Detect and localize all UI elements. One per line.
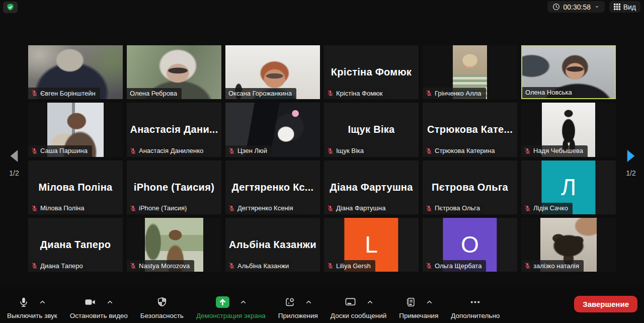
muted-mic-icon — [31, 147, 38, 154]
meeting-security-shield-button[interactable] — [3, 2, 18, 13]
participant-name-label: Олена Новська — [522, 87, 577, 98]
participant-name-text: Альбіна Казанжи — [237, 263, 289, 269]
participant-tile[interactable]: Диана ТапероДиана Таперо — [28, 218, 123, 272]
notes-icon — [405, 296, 416, 308]
avatar-initial: L — [365, 231, 378, 258]
participant-name-label: Саша Паршина — [28, 145, 92, 157]
chevron-up-icon[interactable] — [107, 299, 113, 305]
participant-tile[interactable]: Цзен Люй — [225, 103, 320, 156]
previous-page-arrow-icon[interactable] — [9, 149, 20, 163]
muted-mic-icon — [31, 90, 38, 97]
participant-name-text: Nastya Morozova — [139, 263, 190, 269]
participant-name-label: Диана Таперо — [28, 260, 88, 272]
microphone-icon — [18, 296, 29, 308]
participant-name-text: Крістіна Фомюк — [336, 90, 383, 97]
participant-tile[interactable]: Крістіна ФомюкКрістіна Фомюк — [324, 45, 419, 99]
participant-name-label: Лідія Сачко — [521, 203, 573, 214]
participant-name-text: Liliya Gersh — [336, 263, 371, 269]
chevron-up-icon[interactable] — [39, 299, 46, 305]
toolbar-button-label: Выключить звук — [7, 312, 57, 319]
avatar-initial: O — [461, 231, 479, 258]
participant-tile[interactable]: Олена Реброва — [127, 45, 221, 99]
caret-down-icon[interactable] — [594, 4, 600, 10]
toolbar-whiteboard-button[interactable]: Доски сообщений — [331, 295, 386, 319]
toolbar-notes-button[interactable]: Примечания — [399, 295, 438, 319]
participant-tile[interactable]: залізко наталія — [521, 218, 616, 272]
participant-tile[interactable]: Анастасія Дани...Анастасія Даниленко — [127, 103, 221, 156]
camera-icon — [84, 296, 97, 308]
participant-name-text: Діана Фартушна — [336, 205, 385, 211]
video-grid: Євген БорінштейнОлена РеброваОксана Горо… — [28, 45, 616, 272]
participant-name-text: Диана Таперо — [40, 263, 83, 269]
toolbar-button-label: Доски сообщений — [331, 312, 386, 319]
participant-tile[interactable]: Саша Паршина — [28, 103, 123, 156]
participant-tile[interactable]: Nastya Morozova — [127, 218, 221, 272]
view-button[interactable]: Вид — [609, 1, 640, 13]
participant-tile[interactable]: Оксана Горожанкина — [225, 45, 320, 99]
participant-tile[interactable]: ЛЛідія Сачко — [521, 160, 616, 214]
participant-tile[interactable]: LLiliya Gersh — [324, 218, 419, 272]
participant-tile[interactable]: Євген Борінштейн — [28, 45, 123, 99]
avatar-initial: Л — [561, 174, 576, 201]
participant-name-text: iPhone (Таисия) — [139, 205, 187, 211]
participant-name-text: Надя Чебышева — [533, 147, 583, 154]
muted-mic-icon — [31, 205, 38, 212]
next-page-nav: 1/2 — [620, 149, 642, 177]
toolbar-button-label: Демонстрация экрана — [196, 312, 266, 319]
toolbar-button-label: Примечания — [399, 312, 438, 319]
participant-tile[interactable]: Альбіна КазанжиАльбіна Казанжи — [225, 218, 320, 272]
muted-mic-icon — [524, 147, 531, 154]
participant-name-text: Саша Паршина — [40, 147, 88, 154]
toolbar-apps-button[interactable]: Приложения — [278, 295, 318, 319]
participant-tile[interactable]: Олена Новська — [521, 45, 616, 99]
participant-name-text: Олена Новська — [525, 89, 572, 96]
toolbar-controls: Выключить звукОстановить видеоБезопаснос… — [7, 295, 500, 319]
participant-name-text: Лідія Сачко — [533, 205, 568, 211]
participant-tile[interactable]: iPhone (Таисия)iPhone (Таисия) — [127, 160, 221, 214]
end-meeting-button[interactable]: Завершение — [574, 296, 637, 312]
muted-mic-icon — [426, 205, 432, 212]
participant-name-label: Дегтяренко Ксенія — [225, 203, 298, 214]
muted-mic-icon — [327, 90, 334, 97]
muted-mic-icon — [426, 90, 432, 97]
participant-tile[interactable]: Мілова ПолінаМілова Поліна — [28, 160, 123, 214]
meeting-timer[interactable]: 00:30:58 — [547, 1, 605, 13]
participant-tile[interactable]: Надя Чебышева — [521, 103, 616, 156]
participant-name-label: Ольга Щербата — [423, 260, 486, 272]
participant-tile[interactable]: Дегтяренко Кс...Дегтяренко Ксенія — [225, 160, 320, 214]
toolbar-shield-button[interactable]: Безопасность — [140, 295, 184, 319]
participant-tile[interactable]: Грінченко Алла — [423, 45, 517, 99]
participant-tile[interactable]: OОльга Щербата — [423, 218, 517, 272]
chevron-up-icon[interactable] — [305, 299, 312, 305]
previous-page-nav: 1/2 — [3, 149, 25, 177]
participant-tile[interactable]: Іщук ВікаІщук Віка — [324, 103, 419, 156]
muted-mic-icon — [524, 205, 531, 212]
muted-mic-icon — [327, 262, 334, 269]
participant-tile[interactable]: Діана ФартушнаДіана Фартушна — [324, 160, 419, 214]
participant-name-label: Оксана Горожанкина — [225, 88, 296, 99]
participant-name-label: Надя Чебышева — [521, 145, 588, 157]
clock-icon — [552, 3, 560, 11]
muted-mic-icon — [327, 205, 334, 212]
share-screen-icon — [215, 296, 230, 308]
toolbar-camera-button[interactable]: Остановить видео — [70, 295, 128, 319]
chevron-up-icon[interactable] — [240, 299, 247, 305]
participant-name-label: Стрюкова Катерина — [423, 145, 499, 157]
participant-tile[interactable]: Стрюкова Кате...Стрюкова Катерина — [423, 103, 517, 156]
muted-mic-icon — [327, 147, 334, 154]
chevron-up-icon[interactable] — [426, 299, 433, 305]
toolbar-microphone-button[interactable]: Выключить звук — [7, 295, 57, 319]
page-indicator: 1/2 — [9, 169, 19, 177]
muted-mic-icon — [130, 147, 136, 154]
participant-name-text: Євген Борінштейн — [40, 90, 96, 97]
meeting-toolbar: Выключить звукОстановить видеоБезопаснос… — [0, 287, 644, 323]
participant-tile[interactable]: Пєтрова ОльгаПєтрова Ольга — [423, 160, 517, 214]
participant-name-label: Грінченко Алла — [423, 88, 486, 99]
participant-name-text: Іщук Віка — [336, 147, 364, 154]
toolbar-more-button[interactable]: Дополнительно — [451, 295, 500, 319]
muted-mic-icon — [228, 205, 235, 212]
toolbar-share-screen-button[interactable]: Демонстрация экрана — [196, 295, 266, 319]
next-page-arrow-icon[interactable] — [625, 149, 636, 163]
participant-name-text: Грінченко Алла — [435, 90, 481, 97]
chevron-up-icon[interactable] — [367, 299, 373, 305]
